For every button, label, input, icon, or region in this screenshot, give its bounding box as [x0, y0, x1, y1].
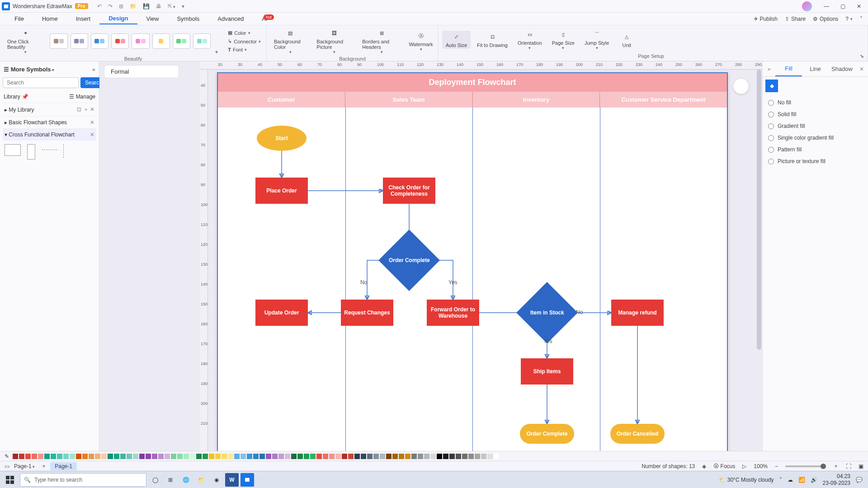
menu-ai[interactable]: AIhot [253, 14, 283, 24]
color-swatch[interactable] [247, 454, 252, 459]
volume-icon[interactable]: 🔊 [811, 477, 817, 483]
minimize-button[interactable]: — [819, 1, 834, 12]
connector-dropdown[interactable]: ↳ Connector [226, 38, 263, 45]
color-swatch[interactable] [430, 454, 436, 459]
weather-widget[interactable]: ⛅ 30°C Mostly cloudy [719, 477, 774, 483]
color-swatch[interactable] [120, 454, 126, 459]
separator-v-shape[interactable] [63, 144, 64, 158]
color-swatch[interactable] [114, 454, 119, 459]
color-swatch[interactable] [481, 454, 486, 459]
user-avatar[interactable] [802, 1, 812, 11]
color-swatch[interactable] [437, 454, 442, 459]
check-order-shape[interactable]: Check Order for Completeness [383, 178, 435, 204]
task-view-icon[interactable]: ⊞ [164, 473, 177, 487]
color-swatch[interactable] [13, 454, 18, 459]
color-swatch[interactable] [475, 454, 480, 459]
help-icon[interactable]: ? [845, 16, 853, 22]
order-complete-end-shape[interactable]: Order Complete [520, 424, 574, 444]
color-swatch[interactable] [146, 454, 151, 459]
theme-preset-8[interactable] [193, 33, 211, 49]
borders-headers-button[interactable]: ⊞Borders and Headers [359, 27, 405, 55]
page-size-button[interactable]: ▯Page Size [548, 28, 578, 51]
item-in-stock-decision[interactable]: Item in Stock [516, 282, 578, 343]
present-icon[interactable]: ▷ [742, 463, 746, 469]
new-file-icon[interactable]: ⊞ [119, 3, 123, 9]
redo-icon[interactable]: ↷ [108, 3, 113, 9]
background-picture-button[interactable]: 🖼Background Picture [313, 27, 356, 55]
menu-view[interactable]: View [137, 14, 168, 24]
color-swatch[interactable] [405, 454, 410, 459]
color-swatch[interactable] [418, 454, 423, 459]
color-swatch[interactable] [329, 454, 335, 459]
layers-icon[interactable]: ◈ [702, 463, 706, 469]
color-swatch[interactable] [304, 454, 309, 459]
theme-preset-5[interactable] [132, 33, 149, 49]
word-icon[interactable]: W [225, 473, 239, 487]
wifi-icon[interactable]: 📶 [798, 477, 805, 483]
color-swatch[interactable] [63, 454, 69, 459]
menu-home[interactable]: Home [33, 14, 67, 24]
color-swatch[interactable] [285, 454, 290, 459]
page-view-icon[interactable]: ▭ [5, 463, 9, 469]
theme-preset-1[interactable] [50, 33, 67, 49]
color-swatch[interactable] [177, 454, 183, 459]
color-swatch[interactable] [316, 454, 322, 459]
order-cancelled-shape[interactable]: Order Cancelled [610, 424, 665, 444]
auto-size-button[interactable]: ⤢Auto Size [442, 31, 471, 49]
color-swatch[interactable] [190, 454, 195, 459]
notifications-icon[interactable]: 💬 [856, 477, 863, 483]
color-swatch[interactable] [291, 454, 297, 459]
color-swatch[interactable] [424, 454, 429, 459]
swimlane-h-shape[interactable] [5, 144, 21, 156]
unit-button[interactable]: △Unit [615, 31, 638, 49]
color-swatch[interactable] [76, 454, 81, 459]
color-swatch[interactable] [462, 454, 467, 459]
color-swatch[interactable] [342, 454, 347, 459]
fill-option[interactable]: Single color gradient fill [768, 132, 863, 144]
color-swatch[interactable] [259, 454, 265, 459]
color-swatch[interactable] [272, 454, 278, 459]
watermark-button[interactable]: ⒶWatermark [407, 30, 434, 52]
color-swatch[interactable] [468, 454, 474, 459]
color-swatch[interactable] [456, 454, 461, 459]
expand-panel-icon[interactable]: » [763, 66, 775, 72]
start-button[interactable] [2, 473, 18, 487]
save-icon[interactable]: 💾 [143, 3, 150, 9]
color-swatch[interactable] [373, 454, 379, 459]
shapes-panel-title[interactable]: ☰ More Symbols [4, 66, 54, 73]
collapse-ribbon-icon[interactable]: ˄ [860, 16, 863, 22]
color-swatch[interactable] [297, 454, 303, 459]
forward-warehouse-shape[interactable]: Forward Order to Warehouse [427, 300, 479, 326]
manage-refund-shape[interactable]: Manage refund [611, 300, 664, 326]
theme-preset-2[interactable] [71, 33, 88, 49]
swimlane-title[interactable]: Deployment Flowchart [218, 73, 727, 92]
swimlane-body[interactable]: Start Place Order Check Order for Comple… [218, 108, 727, 451]
separator-h-shape[interactable] [42, 150, 57, 150]
zoom-slider[interactable] [785, 465, 826, 467]
color-swatch[interactable] [196, 454, 202, 459]
close-category-icon[interactable]: ✕ [90, 131, 94, 138]
color-swatch[interactable] [108, 454, 113, 459]
page-tab[interactable]: Page-1 [50, 462, 77, 470]
basic-flowchart-category[interactable]: ▸ Basic Flowchart Shapes ✕ [3, 116, 96, 128]
edge-icon[interactable]: 🌐 [179, 473, 193, 487]
background-color-button[interactable]: ▧Background Color [270, 27, 310, 55]
theme-preset-3[interactable] [91, 33, 108, 49]
focus-button[interactable]: ⦿ Focus [713, 463, 735, 469]
color-swatch[interactable] [380, 454, 385, 459]
scrollbar-vertical[interactable] [757, 70, 761, 350]
color-swatch[interactable] [127, 454, 132, 459]
qat-more-icon[interactable]: ▾ [182, 3, 184, 9]
zoom-out-button[interactable]: − [775, 463, 778, 469]
color-swatch[interactable] [354, 454, 360, 459]
fill-option[interactable]: Picture or texture fill [768, 155, 863, 167]
order-complete-decision[interactable]: Order Complete [378, 230, 440, 291]
color-swatch[interactable] [348, 454, 354, 459]
lane-header-inventory[interactable]: Inventory [473, 92, 600, 108]
color-swatch[interactable] [234, 454, 240, 459]
font-dropdown[interactable]: T Font [226, 46, 263, 53]
color-swatch[interactable] [335, 454, 341, 459]
chrome-icon[interactable]: ◉ [210, 473, 223, 487]
color-swatch[interactable] [310, 454, 316, 459]
place-order-shape[interactable]: Place Order [255, 178, 308, 204]
